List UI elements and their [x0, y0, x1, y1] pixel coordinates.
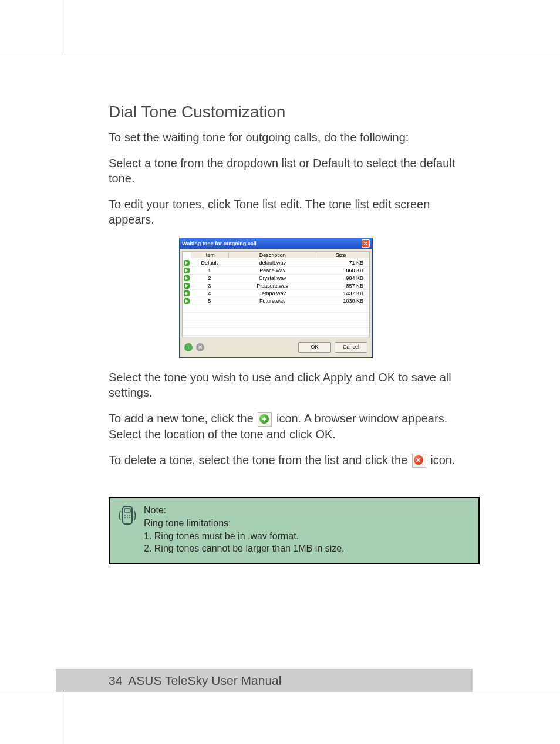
play-icon[interactable] — [184, 260, 190, 266]
cell-size: 1437 KB — [316, 290, 369, 296]
note-sub: Ring tone limitations: — [144, 517, 345, 530]
manual-title: ASUS TeleSky User Manual — [128, 674, 281, 688]
table-row[interactable]: 3Pleasure.wav857 KB — [183, 282, 369, 290]
svg-point-5 — [124, 517, 126, 518]
cell-desc: Future.wav — [228, 298, 316, 304]
cell-item: 2 — [190, 275, 228, 281]
cell-item: 4 — [190, 290, 228, 296]
play-icon[interactable] — [184, 268, 190, 273]
cell-item: 3 — [190, 283, 228, 289]
note-line1: 1. Ring tones must be in .wav format. — [144, 530, 345, 543]
cell-desc: Pleasure.wav — [228, 283, 316, 289]
cell-desc: Tempo.wav — [228, 290, 316, 296]
note-title: Note: — [144, 504, 345, 517]
cell-size: 1030 KB — [316, 298, 369, 304]
play-icon[interactable] — [184, 283, 190, 289]
section-heading: Dial Tone Customization — [109, 103, 473, 121]
para-intro: To set the waiting tone for outgoing cal… — [109, 130, 473, 145]
dialog-footer: + ✕ OK Cancel — [180, 340, 372, 357]
para-add: To add a new tone, click the icon. A bro… — [109, 411, 473, 442]
header-desc: Description — [229, 252, 316, 258]
svg-point-6 — [127, 517, 128, 518]
note-box: Note: Ring tone limitations: 1. Ring ton… — [109, 497, 480, 564]
table-row[interactable]: 2Crystal.wav984 KB — [183, 275, 369, 282]
para-select: Select a tone from the dropdown list or … — [109, 155, 473, 186]
cell-desc: Peace.wav — [228, 268, 316, 273]
dialog-titlebar: Waiting tone for outgoing call ✕ — [180, 238, 372, 249]
note-line2: 2. Ring tones cannot be larger than 1MB … — [144, 542, 345, 555]
ok-button[interactable]: OK — [298, 342, 331, 353]
page-number: 34 — [109, 674, 122, 688]
cell-item: Default — [190, 260, 228, 266]
delete-icon[interactable]: ✕ — [196, 343, 204, 351]
page-content: Dial Tone Customization To set the waiti… — [109, 103, 473, 564]
grid-header: Item Description Size — [183, 252, 369, 259]
cell-desc: default.wav — [228, 260, 316, 266]
para-apply: Select the tone you wish to use and clic… — [109, 370, 473, 400]
cell-size: 71 KB — [316, 260, 369, 266]
table-row[interactable]: 4Tempo.wav1437 KB — [183, 290, 369, 297]
cell-size: 860 KB — [316, 268, 369, 273]
cell-size: 857 KB — [316, 283, 369, 289]
cancel-button[interactable]: Cancel — [335, 342, 367, 353]
para-edit: To edit your tones, click Tone list edit… — [109, 197, 473, 227]
cell-desc: Crystal.wav — [228, 275, 316, 281]
cell-item: 5 — [190, 298, 228, 304]
x-icon — [412, 454, 426, 468]
svg-point-3 — [127, 515, 128, 516]
para-delete: To delete a tone, select the tone from t… — [109, 452, 473, 468]
page-footer: 34 ASUS TeleSky User Manual — [56, 669, 473, 692]
plus-icon — [258, 412, 272, 427]
svg-point-4 — [129, 515, 130, 516]
tone-grid: Item Description Size Defaultdefault.wav… — [182, 251, 370, 337]
cell-item: 1 — [190, 268, 228, 273]
svg-point-7 — [129, 517, 130, 518]
play-icon[interactable] — [184, 275, 190, 281]
phone-icon — [118, 504, 137, 554]
table-row[interactable]: 5Future.wav1030 KB — [183, 297, 369, 305]
dialog-title: Waiting tone for outgoing call — [182, 241, 257, 246]
crop-mark-top — [0, 23, 560, 53]
cell-size: 984 KB — [316, 275, 369, 281]
crop-mark-bottom — [0, 691, 560, 721]
play-icon[interactable] — [184, 298, 190, 304]
close-icon[interactable]: ✕ — [362, 239, 370, 248]
table-row[interactable]: 1Peace.wav860 KB — [183, 267, 369, 275]
svg-point-2 — [124, 515, 126, 516]
add-icon[interactable]: + — [184, 343, 193, 351]
svg-rect-1 — [124, 509, 130, 512]
screenshot-dialog: Waiting tone for outgoing call ✕ Item De… — [179, 238, 373, 358]
play-icon[interactable] — [184, 290, 190, 296]
header-item: Item — [191, 252, 229, 258]
table-row[interactable]: Defaultdefault.wav71 KB — [183, 259, 369, 267]
header-size: Size — [316, 252, 369, 258]
